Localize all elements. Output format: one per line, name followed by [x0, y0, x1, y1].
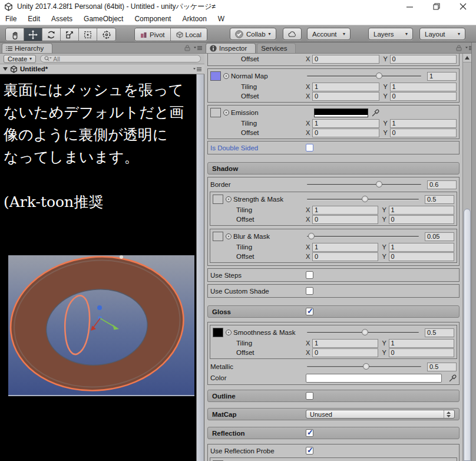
layout-dropdown[interactable]: Layout ▾ [419, 28, 465, 40]
metallic-value-field[interactable]: 0.5 [427, 363, 457, 371]
gloss-section-header[interactable]: Gloss [207, 305, 460, 318]
create-button[interactable]: Create ▾ [4, 55, 36, 63]
gloss-smoothness-slider[interactable] [306, 328, 420, 337]
gloss-color-field[interactable] [306, 374, 442, 383]
texture-target-icon[interactable] [226, 233, 232, 239]
border-slider[interactable] [306, 180, 422, 189]
lock-icon[interactable] [184, 44, 191, 51]
tab-services[interactable]: Services [257, 43, 296, 53]
offset-x-field[interactable]: 0 [312, 55, 379, 64]
lock-icon[interactable] [455, 44, 462, 51]
is-double-sided-checkbox[interactable] [306, 144, 313, 152]
collab-button[interactable]: Collab ▾ [230, 28, 276, 40]
layers-dropdown[interactable]: Layers ▾ [368, 28, 413, 40]
scene-menu-icon[interactable] [193, 67, 201, 72]
search-input[interactable] [53, 55, 197, 62]
gloss-smoothness-value-field[interactable]: 0.5 [425, 328, 454, 337]
scene-row-untitled[interactable]: Untitled* [0, 64, 204, 74]
normal-map-tiling-y-field[interactable]: 1 [390, 83, 457, 91]
emission-tiling-y-field[interactable]: 1 [390, 119, 457, 128]
menu-edit[interactable]: Edit [26, 15, 46, 23]
account-dropdown[interactable]: Account ▾ [307, 28, 351, 40]
move-tool-button[interactable] [24, 28, 42, 41]
gloss-tiling-x-field[interactable]: 1 [312, 339, 378, 348]
outline-checkbox[interactable] [306, 392, 313, 400]
gloss-checkbox[interactable] [306, 308, 313, 315]
strength-offset-y-field[interactable]: 0 [389, 215, 455, 224]
outline-section-header[interactable]: Outline [207, 390, 460, 402]
texture-target-icon[interactable] [226, 330, 232, 335]
texture-target-icon[interactable] [223, 73, 229, 79]
foldout-triangle-icon[interactable] [3, 67, 8, 71]
menu-gameobject[interactable]: GameObject [82, 15, 129, 23]
normal-map-offset-x-field[interactable]: 0 [312, 92, 379, 101]
scene-view-content[interactable]: 裏面にはメッシュを張って ないためデフォルトだと画 像のように裏側が透明に なっ… [0, 74, 196, 461]
blur-offset-y-field[interactable]: 0 [389, 252, 455, 261]
smoothness-texture-swatch[interactable] [213, 328, 223, 337]
texture-target-icon[interactable] [226, 196, 232, 202]
minimize-button[interactable] [396, 0, 423, 13]
use-steps-checkbox[interactable] [306, 271, 313, 279]
panel-menu-icon[interactable] [194, 45, 202, 51]
menu-assets[interactable]: Assets [49, 15, 78, 23]
normal-map-texture-swatch[interactable] [210, 71, 221, 81]
blur-texture-swatch[interactable] [213, 232, 223, 241]
pivot-toggle-button[interactable]: Pivot [135, 28, 171, 41]
eyedropper-icon[interactable] [372, 109, 379, 117]
scrollbar-up-arrow[interactable] [463, 54, 471, 62]
texture-target-icon[interactable] [223, 110, 229, 116]
cloud-button[interactable] [283, 28, 302, 40]
menu-arktoon[interactable]: Arktoon [180, 15, 212, 23]
hierarchy-search[interactable] [40, 55, 201, 62]
use-reflection-probe-checkbox[interactable] [306, 447, 313, 455]
border-value-field[interactable]: 0.6 [427, 180, 457, 189]
reflection-checkbox[interactable] [306, 429, 313, 437]
strength-mask-slider[interactable] [306, 195, 420, 203]
normal-map-offset-y-field[interactable]: 0 [390, 92, 457, 101]
matcap-section-header[interactable]: MatCap Unused [207, 408, 460, 420]
normal-map-tiling-x-field[interactable]: 1 [312, 83, 379, 91]
scrollbar-thumb[interactable] [464, 209, 471, 461]
rotate-tool-button[interactable] [42, 28, 61, 41]
emission-tiling-x-field[interactable]: 1 [312, 119, 379, 128]
blur-mask-value-field[interactable]: 0.05 [425, 232, 454, 241]
eyedropper-icon[interactable] [449, 374, 457, 382]
normal-map-slider[interactable] [306, 72, 422, 80]
gloss-offset-x-field[interactable]: 0 [312, 348, 378, 357]
matcap-dropdown[interactable]: Unused [306, 410, 455, 419]
shadow-section-header[interactable]: Shadow [207, 162, 460, 174]
strength-tiling-y-field[interactable]: 1 [389, 206, 455, 215]
blur-mask-slider[interactable] [306, 232, 420, 241]
use-custom-shade-checkbox[interactable] [306, 287, 313, 295]
strength-texture-swatch[interactable] [213, 195, 223, 204]
tab-inspector[interactable]: Inspector [206, 43, 256, 53]
transform-tool-button[interactable] [97, 28, 115, 41]
normal-map-value-field[interactable]: 1 [427, 72, 457, 81]
strength-tiling-x-field[interactable]: 1 [312, 206, 378, 215]
rect-tool-button[interactable] [79, 28, 97, 41]
emission-offset-x-field[interactable]: 0 [312, 129, 379, 137]
metallic-slider[interactable] [306, 363, 422, 371]
gloss-tiling-y-field[interactable]: 1 [389, 339, 455, 348]
inspector-scrollbar[interactable] [462, 54, 471, 461]
menu-component[interactable]: Component [133, 15, 177, 23]
local-toggle-button[interactable]: Local [171, 28, 207, 41]
blur-tiling-x-field[interactable]: 1 [312, 243, 378, 252]
menu-file[interactable]: File [4, 15, 22, 23]
restore-button[interactable] [423, 0, 449, 13]
reflection-section-header[interactable]: Reflection [207, 427, 460, 439]
emission-color-field[interactable] [314, 108, 368, 117]
close-button[interactable] [449, 0, 476, 13]
blur-tiling-y-field[interactable]: 1 [389, 243, 455, 252]
blur-offset-x-field[interactable]: 0 [312, 252, 378, 261]
panel-splitter[interactable] [196, 74, 204, 461]
gloss-offset-y-field[interactable]: 0 [389, 348, 455, 357]
emission-offset-y-field[interactable]: 0 [390, 129, 457, 137]
menu-window[interactable]: W [216, 15, 230, 23]
scale-tool-button[interactable] [61, 28, 79, 41]
strength-offset-x-field[interactable]: 0 [312, 215, 378, 224]
tab-hierarchy[interactable]: Hierarchy [2, 43, 52, 53]
offset-y-field[interactable]: 0 [390, 55, 457, 64]
strength-mask-value-field[interactable]: 0.5 [425, 195, 454, 204]
emission-texture-swatch[interactable] [210, 108, 221, 117]
